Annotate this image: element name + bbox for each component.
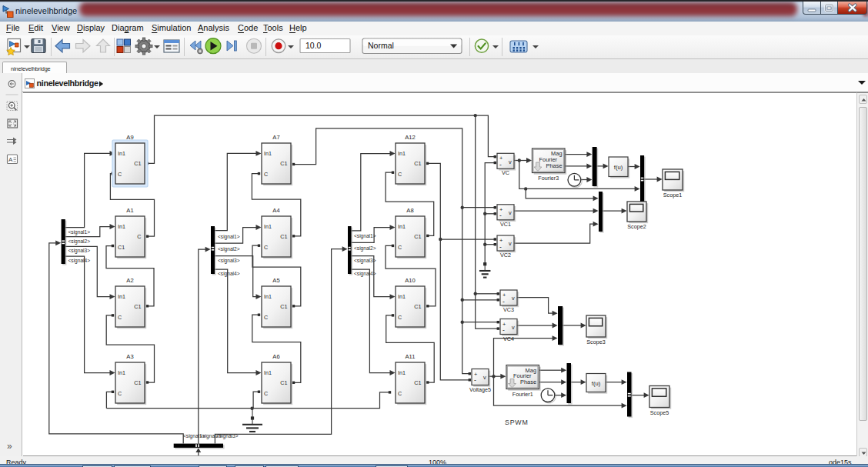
svg-text:<signal4>: <signal4> [218, 271, 240, 277]
svg-text:Fourier3: Fourier3 [538, 175, 559, 182]
svg-text:In1: In1 [264, 150, 272, 157]
svg-text:C1: C1 [414, 303, 421, 310]
svg-text:In1: In1 [398, 223, 406, 230]
svg-text:C1: C1 [414, 160, 421, 167]
svg-text:C: C [264, 244, 268, 251]
svg-text:A11: A11 [406, 353, 416, 360]
svg-text:C: C [264, 314, 268, 321]
svg-text:<signal2>: <signal2> [218, 246, 240, 252]
svg-text:<signal4>: <signal4> [354, 271, 376, 277]
svg-text:In1: In1 [118, 293, 125, 300]
svg-text:VC1: VC1 [500, 221, 511, 228]
svg-text:<signal2>: <signal2> [68, 239, 91, 245]
svg-text:-: - [474, 376, 476, 384]
svg-text:v: v [512, 295, 515, 302]
svg-text:»: » [7, 441, 12, 452]
svg-text:<signal3>: <signal3> [218, 258, 240, 264]
svg-text:In1: In1 [398, 150, 406, 157]
svg-text:A12: A12 [405, 134, 416, 141]
svg-text:C1: C1 [280, 303, 287, 310]
svg-text:v: v [509, 240, 512, 247]
svg-text:C: C [118, 171, 122, 178]
svg-text:Fourier1: Fourier1 [512, 391, 533, 398]
svg-text:-: - [499, 243, 502, 251]
svg-text:Voltage5: Voltage5 [469, 386, 491, 393]
svg-text:v: v [509, 158, 512, 165]
svg-text:C1: C1 [280, 160, 287, 167]
svg-text:A7: A7 [272, 134, 279, 141]
svg-text:C1: C1 [280, 379, 287, 386]
svg-text:C1: C1 [414, 379, 421, 386]
svg-text:A: A [8, 156, 13, 163]
svg-text:Normal: Normal [368, 41, 394, 50]
svg-text:<signal4>: <signal4> [68, 258, 91, 264]
svg-text:A3: A3 [126, 353, 133, 360]
svg-text:-: - [502, 298, 505, 305]
svg-text:C: C [398, 244, 402, 251]
svg-text:A1: A1 [126, 207, 133, 214]
svg-text:In1: In1 [264, 369, 272, 376]
svg-text:In1: In1 [264, 223, 272, 230]
svg-text:VC3: VC3 [503, 306, 514, 313]
svg-text:A4: A4 [272, 207, 279, 214]
svg-text:C: C [118, 314, 122, 321]
svg-text:A8: A8 [406, 207, 413, 214]
svg-text:In1: In1 [118, 150, 125, 157]
svg-text:In1: In1 [118, 369, 125, 376]
svg-text:C1: C1 [134, 379, 141, 386]
svg-text:A5: A5 [272, 277, 279, 284]
svg-text:-: - [502, 326, 505, 334]
svg-text:SPWM: SPWM [505, 419, 529, 426]
svg-text:A2: A2 [126, 277, 133, 284]
svg-text:In1: In1 [398, 369, 406, 376]
svg-text:C: C [118, 390, 122, 397]
svg-text:v: v [509, 209, 512, 216]
svg-text:-: - [499, 212, 502, 219]
svg-text:In1: In1 [398, 293, 406, 300]
svg-text:VC2: VC2 [500, 252, 511, 259]
svg-text:-: - [499, 161, 502, 168]
svg-text:Scope1: Scope1 [663, 192, 682, 198]
svg-text:C1: C1 [280, 233, 287, 240]
svg-text:C1: C1 [414, 233, 421, 240]
svg-text:C: C [264, 390, 268, 397]
svg-text:C1: C1 [118, 244, 125, 251]
svg-text:C1: C1 [134, 160, 141, 167]
svg-text:In1: In1 [264, 293, 272, 300]
svg-text:A10: A10 [405, 277, 416, 284]
svg-text:C: C [137, 233, 141, 240]
svg-text:<signal2>: <signal2> [354, 245, 376, 252]
svg-text:v: v [483, 374, 486, 381]
svg-text:C: C [264, 171, 268, 178]
svg-text:<signal1>: <signal1> [218, 234, 240, 240]
svg-text:VC: VC [502, 169, 509, 176]
svg-text:Scope2: Scope2 [627, 223, 646, 230]
svg-text:<signal1>: <signal1> [68, 229, 91, 235]
svg-text:Scope5: Scope5 [650, 409, 669, 416]
svg-text:C: C [398, 390, 402, 397]
svg-text:Phase: Phase [520, 379, 536, 385]
svg-text:C: C [398, 171, 402, 178]
svg-text:A6: A6 [272, 353, 279, 360]
svg-text:10.0: 10.0 [305, 41, 322, 50]
svg-text:In1: In1 [118, 223, 125, 230]
svg-text:<signal3>: <signal3> [216, 433, 239, 439]
svg-text:<signal3>: <signal3> [68, 248, 91, 254]
svg-text:<signal3>: <signal3> [354, 258, 376, 264]
svg-text:Phase: Phase [546, 162, 563, 169]
svg-text:f(u): f(u) [614, 164, 623, 171]
svg-text:f(u): f(u) [592, 380, 601, 387]
svg-text:VC4: VC4 [503, 335, 514, 342]
svg-text:v: v [512, 324, 515, 331]
svg-text:C: C [398, 314, 402, 321]
svg-text:<signal1>: <signal1> [354, 233, 376, 239]
svg-text:Scope3: Scope3 [586, 339, 605, 345]
svg-text:C1: C1 [134, 303, 141, 310]
svg-text:A9: A9 [126, 134, 133, 141]
